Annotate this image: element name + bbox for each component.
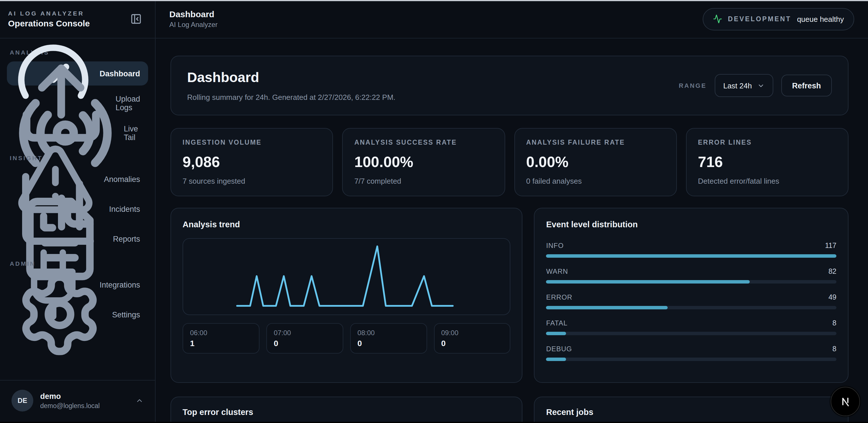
range-controls: RANGE Last 24h Refresh <box>679 74 832 97</box>
tables-row: Top error clusters CLUSTEREVENTSANALYSES… <box>170 397 848 423</box>
refresh-button[interactable]: Refresh <box>781 75 832 96</box>
sidebar-item-label: Integrations <box>100 281 140 289</box>
page-title: Dashboard <box>187 69 396 86</box>
hour-value: 0 <box>358 338 420 348</box>
user-name: demo <box>40 392 129 401</box>
stat-value: 100.00% <box>354 153 493 171</box>
trend-hour-box-06-00: 06:001 <box>183 323 259 354</box>
top-error-clusters-card: Top error clusters CLUSTEREVENTSANALYSES… <box>170 397 523 423</box>
hour-value: 0 <box>441 338 503 348</box>
level-bar-fill <box>546 254 836 258</box>
level-label: ERROR <box>546 293 572 301</box>
brand-title: Operations Console <box>8 19 90 28</box>
stat-subtext: Detected error/fatal lines <box>698 177 837 185</box>
stat-value: 9,086 <box>183 153 321 171</box>
summary-card: Dashboard Rolling summary for 24h. Gener… <box>170 56 848 116</box>
user-menu[interactable]: DE demo demo@loglens.local <box>0 380 155 423</box>
header-subtitle: AI Log Analyzer <box>169 21 218 29</box>
header-titles: Dashboard AI Log Analyzer <box>169 9 218 29</box>
sidebar-item-settings[interactable]: Settings <box>7 302 148 327</box>
stat-cards-row: INGESTION VOLUME9,0867 sources ingestedA… <box>170 128 848 196</box>
app-window: AI LOG ANALYZER Operations Console ANALY… <box>0 0 868 423</box>
stat-subtext: 0 failed analyses <box>526 177 665 185</box>
level-count: 49 <box>828 293 836 301</box>
charts-row: Analysis trend 06:00107:00008:00009:000 … <box>170 208 848 383</box>
level-bar-row-warn: WARN82 <box>546 267 836 284</box>
level-count: 82 <box>828 267 836 275</box>
user-email: demo@loglens.local <box>40 402 129 409</box>
level-bar-track <box>546 254 836 258</box>
chevron-down-icon <box>757 82 764 89</box>
nextjs-devtools-badge[interactable] <box>831 387 860 416</box>
sidebar-item-label: Incidents <box>109 205 140 213</box>
stat-card-analysis-failure-rate: ANALYSIS FAILURE RATE0.00%0 failed analy… <box>514 128 677 196</box>
brand-label: AI LOG ANALYZER <box>8 10 90 17</box>
range-select[interactable]: Last 24h <box>715 74 773 97</box>
activity-icon <box>713 14 722 24</box>
level-bar-row-debug: DEBUG8 <box>546 345 836 361</box>
level-bars: INFO117WARN82ERROR49FATAL8DEBUG8 <box>546 241 836 361</box>
analysis-trend-chart <box>183 238 510 315</box>
hour-label: 08:00 <box>358 329 420 337</box>
sidebar-item-label: Settings <box>112 310 140 319</box>
app-root: AI LOG ANALYZER Operations Console ANALY… <box>0 0 868 423</box>
summary-text: Dashboard Rolling summary for 24h. Gener… <box>187 69 396 102</box>
chevron-up-icon <box>135 397 144 404</box>
level-bar-track <box>546 280 836 284</box>
stat-value: 0.00% <box>526 153 665 171</box>
stat-label: ERROR LINES <box>698 139 837 146</box>
level-label: DEBUG <box>546 345 572 353</box>
analysis-trend-line-chart <box>183 239 510 315</box>
sidebar-collapse-button[interactable] <box>129 11 144 26</box>
stat-card-error-lines: ERROR LINES716Detected error/fatal lines <box>686 128 849 196</box>
level-label: FATAL <box>546 319 568 327</box>
stat-label: ANALYSIS FAILURE RATE <box>526 139 665 146</box>
trend-hour-box-08-00: 08:000 <box>350 323 427 354</box>
header-title: Dashboard <box>169 9 218 19</box>
level-bar-row-error: ERROR49 <box>546 293 836 310</box>
stat-value: 716 <box>698 153 837 171</box>
window-top-edge <box>0 0 868 1</box>
recent-jobs-title: Recent jobs <box>546 408 836 417</box>
level-row-header: ERROR49 <box>546 293 836 301</box>
level-bar-fill <box>546 332 566 335</box>
stat-label: INGESTION VOLUME <box>183 139 321 146</box>
stat-subtext: 7/7 completed <box>354 177 493 185</box>
level-count: 8 <box>832 319 836 327</box>
level-count: 8 <box>832 345 836 353</box>
level-bar-fill <box>546 358 566 361</box>
avatar: DE <box>11 390 33 412</box>
trend-hour-box-07-00: 07:000 <box>267 323 343 354</box>
top-header: Dashboard AI Log Analyzer DEVELOPMENT qu… <box>156 0 868 38</box>
stat-card-ingestion-volume: INGESTION VOLUME9,0867 sources ingested <box>170 128 333 196</box>
sidebar-item-label: Anomalies <box>104 175 140 183</box>
sidebar-header: AI LOG ANALYZER Operations Console <box>0 0 155 38</box>
hour-value: 0 <box>274 338 336 348</box>
level-bar-track <box>546 306 836 310</box>
hour-label: 06:00 <box>190 329 252 337</box>
user-meta: demo demo@loglens.local <box>40 392 129 409</box>
stat-subtext: 7 sources ingested <box>183 177 321 185</box>
nextjs-logo-icon <box>838 394 853 409</box>
hour-label: 09:00 <box>441 329 503 337</box>
level-bar-track <box>546 332 836 335</box>
level-bar-fill <box>546 280 750 284</box>
level-label: WARN <box>546 267 568 275</box>
level-bar-row-fatal: FATAL8 <box>546 319 836 335</box>
analysis-trend-card: Analysis trend 06:00107:00008:00009:000 <box>170 208 523 383</box>
gear-icon <box>15 270 104 359</box>
sidebar-item-label: Upload Logs <box>115 95 140 112</box>
top-error-clusters-title: Top error clusters <box>183 408 510 417</box>
hour-label: 07:00 <box>274 329 336 337</box>
event-level-distribution-card: Event level distribution INFO117WARN82ER… <box>534 208 848 383</box>
level-bar-row-info: INFO117 <box>546 241 836 258</box>
level-row-header: FATAL8 <box>546 319 836 327</box>
stat-label: ANALYSIS SUCCESS RATE <box>354 139 493 146</box>
sidebar-item-label: Reports <box>113 234 140 243</box>
queue-status: queue healthy <box>797 14 844 23</box>
level-bar-track <box>546 358 836 361</box>
range-select-value: Last 24h <box>723 81 752 90</box>
trend-hour-box-09-00: 09:000 <box>434 323 510 354</box>
level-bar-fill <box>546 306 668 310</box>
sidebar-item-label: Live Tail <box>124 125 140 142</box>
